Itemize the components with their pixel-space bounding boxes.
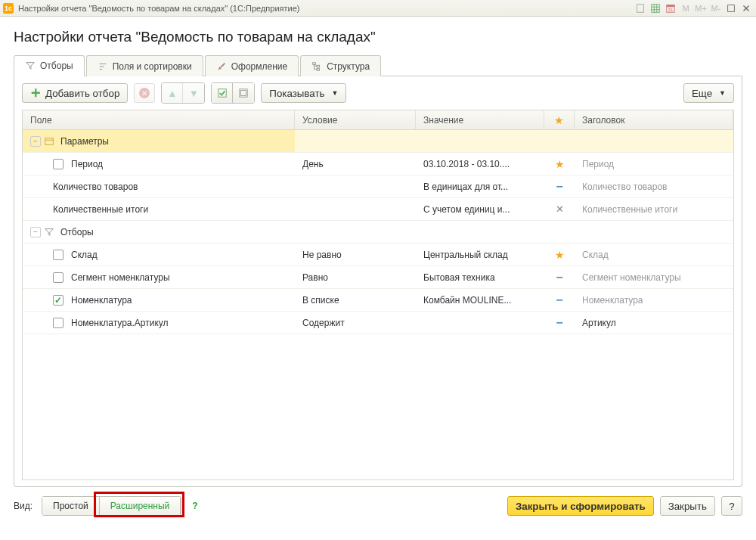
col-star[interactable]: ★: [544, 110, 575, 129]
help-link[interactable]: ?: [192, 501, 197, 511]
field-label: Склад: [71, 250, 98, 260]
mark-cell[interactable]: −: [544, 175, 575, 197]
tab-filters[interactable]: Отборы: [14, 55, 85, 76]
tab-fields[interactable]: Поля и сортировки: [86, 55, 203, 76]
col-title[interactable]: Заголовок: [575, 110, 733, 129]
toolbar-m-plus-icon[interactable]: M+: [694, 2, 708, 14]
mark-cell[interactable]: ★: [544, 244, 575, 265]
help-button[interactable]: ?: [721, 496, 742, 516]
value-cell[interactable]: В единицах для от...: [416, 175, 544, 197]
value-cell[interactable]: [416, 130, 544, 152]
toolbar-calendar-icon[interactable]: 31: [664, 2, 677, 14]
field-cell[interactable]: Склад: [23, 244, 295, 265]
grid-row[interactable]: Количество товаровВ единицах для от...−К…: [23, 175, 733, 198]
more-button[interactable]: Еще ▼: [683, 83, 734, 103]
grid-row[interactable]: ПериодДень03.10.2018 - 03.10....★Период: [23, 153, 733, 175]
toolbar-calc-icon[interactable]: [649, 2, 662, 14]
value-cell[interactable]: Комбайн MOULINE...: [416, 289, 544, 311]
view-advanced-button[interactable]: Расширенный: [100, 497, 181, 515]
field-cell[interactable]: Номенклатура: [23, 289, 295, 311]
check-all-button[interactable]: [212, 83, 233, 103]
condition-cell[interactable]: Содержит: [295, 312, 416, 334]
tab-appearance[interactable]: Оформление: [205, 55, 299, 76]
show-dropdown[interactable]: Показывать ▼: [261, 83, 346, 103]
close-icon[interactable]: [739, 2, 753, 14]
col-value[interactable]: Значение: [416, 110, 544, 129]
condition-cell[interactable]: [295, 175, 416, 197]
mark-cell[interactable]: ★: [544, 153, 575, 175]
title-cell[interactable]: Период: [575, 153, 733, 175]
mark-cell[interactable]: [544, 130, 575, 152]
mark-cell[interactable]: −: [544, 266, 575, 288]
grid-group-row[interactable]: −Отборы: [23, 221, 733, 244]
title-cell[interactable]: Номенклатура: [575, 289, 733, 311]
mark-cell[interactable]: −: [544, 312, 575, 334]
field-cell[interactable]: Количество товаров: [23, 175, 295, 197]
row-checkbox[interactable]: [53, 318, 64, 328]
title-cell[interactable]: Склад: [575, 244, 733, 265]
value-cell[interactable]: С учетом единиц и...: [416, 198, 544, 220]
col-condition[interactable]: Условие: [295, 110, 416, 129]
grid-row[interactable]: Номенклатура.АртикулСодержит−Артикул: [23, 312, 733, 334]
page-title: Настройки отчета "Ведомость по товарам н…: [14, 29, 742, 45]
close-button[interactable]: Закрыть: [660, 496, 715, 516]
title-cell[interactable]: [575, 221, 733, 243]
field-label: Количественные итоги: [53, 204, 148, 215]
grid-row[interactable]: СкладНе равноЦентральный склад★Склад: [23, 244, 733, 266]
close-and-form-button[interactable]: Закрыть и сформировать: [507, 496, 654, 516]
move-up-button[interactable]: ▲: [162, 83, 183, 103]
field-cell[interactable]: Сегмент номенклатуры: [23, 266, 295, 288]
field-cell[interactable]: Номенклатура.Артикул: [23, 312, 295, 334]
mark-cell[interactable]: [544, 221, 575, 243]
field-cell[interactable]: Количественные итоги: [23, 198, 295, 220]
view-simple-button[interactable]: Простой: [42, 497, 100, 515]
value-cell[interactable]: [416, 312, 544, 334]
field-cell[interactable]: −Параметры: [23, 130, 295, 152]
value-cell[interactable]: 03.10.2018 - 03.10....: [416, 153, 544, 175]
condition-cell[interactable]: Не равно: [295, 244, 416, 265]
condition-cell[interactable]: [295, 198, 416, 220]
row-checkbox[interactable]: [53, 272, 64, 283]
star-icon: ★: [555, 249, 565, 261]
condition-cell[interactable]: В списке: [295, 289, 416, 311]
tree-toggle-icon[interactable]: −: [30, 136, 41, 147]
window-title: Настройки отчета "Ведомость по товарам н…: [18, 4, 299, 13]
condition-cell[interactable]: Равно: [295, 266, 416, 288]
condition-cell[interactable]: [295, 221, 416, 243]
grid-row[interactable]: Количественные итогиС учетом единиц и...…: [23, 198, 733, 221]
dash-icon: −: [556, 271, 562, 284]
value-cell[interactable]: [416, 221, 544, 243]
add-filter-button[interactable]: 🞢 Добавить отбор: [22, 83, 128, 103]
title-cell[interactable]: Сегмент номенклатуры: [575, 266, 733, 288]
toolbar-m-minus-icon[interactable]: M-: [709, 2, 723, 14]
row-checkbox[interactable]: [53, 250, 64, 260]
toolbar-m-icon[interactable]: M: [679, 2, 692, 14]
tab-structure[interactable]: Структура: [300, 55, 381, 76]
uncheck-all-button[interactable]: [233, 83, 254, 103]
field-cell[interactable]: Период: [23, 153, 295, 175]
grid-row[interactable]: НоменклатураВ спискеКомбайн MOULINE...−Н…: [23, 289, 733, 312]
arrow-down-icon: ▼: [189, 88, 199, 99]
move-down-button[interactable]: ▼: [183, 83, 204, 103]
field-cell[interactable]: −Отборы: [23, 221, 295, 243]
title-cell[interactable]: Количественные итоги: [575, 198, 733, 220]
mark-cell[interactable]: ✕: [544, 198, 575, 220]
title-cell[interactable]: [575, 130, 733, 152]
delete-button[interactable]: ✕: [134, 83, 155, 103]
condition-cell[interactable]: День: [295, 153, 416, 175]
minimize-icon[interactable]: [724, 2, 738, 14]
toolbar-doc-icon[interactable]: [634, 2, 647, 14]
title-cell[interactable]: Артикул: [575, 312, 733, 334]
grid-row[interactable]: Сегмент номенклатурыРавноБытовая техника…: [23, 266, 733, 289]
value-cell[interactable]: Бытовая техника: [416, 266, 544, 288]
condition-cell[interactable]: [295, 130, 416, 152]
row-checkbox[interactable]: [53, 159, 64, 169]
tree-toggle-icon[interactable]: −: [30, 227, 41, 237]
title-cell[interactable]: Количество товаров: [575, 175, 733, 197]
svg-text:31: 31: [668, 7, 674, 12]
grid-group-row[interactable]: −Параметры: [23, 130, 733, 153]
row-checkbox[interactable]: [53, 295, 64, 306]
col-field[interactable]: Поле: [23, 110, 295, 129]
mark-cell[interactable]: −: [544, 289, 575, 311]
value-cell[interactable]: Центральный склад: [416, 244, 544, 265]
